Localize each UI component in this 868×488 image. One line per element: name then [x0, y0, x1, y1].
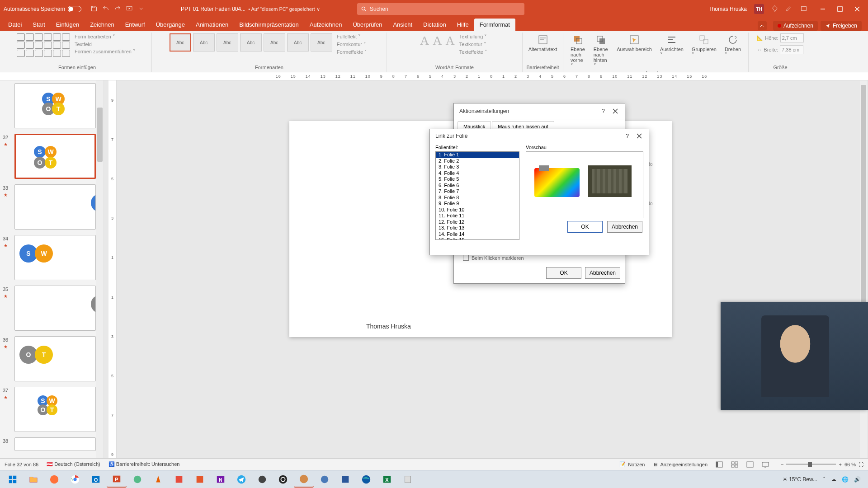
present-icon[interactable] [126, 5, 133, 14]
accessibility-checker[interactable]: ♿ Barrierefreiheit: Untersuchen [108, 461, 180, 467]
user-name[interactable]: Thomas Hruska [708, 6, 747, 12]
edit-shape-button[interactable]: Form bearbeiten ˅ [73, 33, 137, 40]
user-avatar[interactable]: TH [754, 4, 764, 14]
slide-thumbnails-pane[interactable]: SWOT 32★SWOT 33★SW 34★SW 35★OT 36★OT 37★… [0, 80, 104, 474]
volume-icon[interactable]: 🔊 [854, 476, 861, 483]
powerpoint-icon[interactable]: P [107, 471, 127, 488]
slide-thumbnail[interactable]: SWOT [14, 387, 96, 432]
slide-counter[interactable]: Folie 32 von 86 [5, 462, 38, 467]
group-button[interactable]: Gruppieren ˅ [689, 33, 719, 59]
slide-list-item[interactable]: 5. Folie 5 [436, 176, 519, 183]
thumbnails-scrollbar[interactable] [96, 80, 104, 474]
tab-start[interactable]: Start [27, 19, 50, 31]
tab-entwurf[interactable]: Entwurf [120, 19, 151, 31]
tray-chevron-icon[interactable]: ˄ [823, 476, 826, 483]
help-icon[interactable]: ? [602, 108, 605, 114]
zoom-control[interactable]: −+ 66 % ⛶ [781, 462, 863, 467]
shape-fill-button[interactable]: Fülleffekt ˅ [335, 33, 369, 40]
rotate-button[interactable]: Drehen ˅ [722, 33, 744, 59]
canvas-scrollbar[interactable] [860, 80, 867, 474]
view-reading-button[interactable] [746, 461, 754, 468]
redo-icon[interactable] [114, 5, 121, 14]
align-button[interactable]: Ausrichten ˅ [657, 33, 686, 59]
wordart-gallery[interactable]: AAA [420, 33, 455, 48]
qat-more-icon[interactable] [137, 5, 145, 14]
slide-list-item[interactable]: 14. Folie 14 [436, 231, 519, 238]
shapes-gallery[interactable] [17, 33, 70, 57]
maximize-button[interactable] [832, 3, 848, 15]
slide-list-item[interactable]: 2. Folie 2 [436, 158, 519, 164]
taskbar-app-icon[interactable] [335, 471, 355, 488]
record-button[interactable]: Aufzeichnen [773, 21, 818, 31]
slide-list-item[interactable]: 9. Folie 9 [436, 201, 519, 207]
height-input[interactable]: 📐 Höhe: [757, 33, 803, 42]
cancel-button[interactable]: Abbrechen [607, 221, 642, 233]
document-title[interactable]: PPT 01 Roter Faden 004... • Auf "diesem … [181, 6, 320, 12]
slide-list-item[interactable]: 1. Folie 1 [436, 152, 519, 158]
taskbar-app-icon[interactable] [169, 471, 189, 488]
text-outline-button[interactable]: Textkontur ˅ [458, 41, 489, 48]
tab-uebergaenge[interactable]: Übergänge [151, 19, 190, 31]
onenote-icon[interactable]: N [211, 471, 231, 488]
bring-forward-button[interactable]: Ebene nach vorne ˅ [568, 33, 588, 70]
autosave-toggle[interactable]: Automatisches Speichern [4, 6, 81, 12]
slide-list-item[interactable]: 12. Folie 12 [436, 219, 519, 225]
cancel-button[interactable]: Abbrechen [585, 267, 620, 279]
textbox-button[interactable]: Textfeld [73, 41, 137, 47]
taskbar-app-icon[interactable] [190, 471, 210, 488]
close-icon[interactable] [611, 107, 619, 115]
share-button[interactable]: Freigeben [821, 21, 862, 31]
tab-ueberpruefen[interactable]: Überprüfen [347, 19, 387, 31]
telegram-icon[interactable] [231, 471, 251, 488]
tab-animationen[interactable]: Animationen [190, 19, 234, 31]
shape-styles-gallery[interactable]: Abc Abc Abc Abc Abc Abc Abc [170, 33, 332, 52]
notes-button[interactable]: 📝 Notizen [619, 461, 645, 467]
save-icon[interactable] [90, 5, 98, 14]
tab-hilfe[interactable]: Hilfe [452, 19, 474, 31]
slide-thumbnail[interactable] [14, 437, 96, 451]
taskbar-app-icon[interactable] [127, 471, 147, 488]
slide-list-item[interactable]: 10. Folie 10 [436, 207, 519, 213]
width-input[interactable]: ↔ Breite: [757, 45, 803, 54]
search-input[interactable] [370, 6, 521, 12]
chrome-icon[interactable] [65, 471, 85, 488]
slide-list-item[interactable]: 6. Folie 6 [436, 183, 519, 189]
shape-outline-button[interactable]: Formkontur ˅ [335, 41, 369, 48]
brush-icon[interactable] [786, 5, 793, 14]
vlc-icon[interactable] [148, 471, 168, 488]
shape-effects-button[interactable]: Formeffekte ˅ [335, 49, 369, 56]
taskbar-app-icon[interactable] [315, 471, 335, 488]
zoom-value[interactable]: 66 % [844, 462, 856, 467]
tab-datei[interactable]: Datei [3, 19, 27, 31]
view-normal-button[interactable] [716, 461, 723, 468]
close-button[interactable] [849, 3, 865, 15]
slide-title-list[interactable]: 1. Folie 12. Folie 23. Folie 34. Folie 4… [435, 151, 519, 240]
tab-formformat[interactable]: Formformat [474, 19, 515, 31]
close-icon[interactable] [635, 132, 643, 140]
tab-dictation[interactable]: Dictation [418, 19, 452, 31]
tab-einfuegen[interactable]: Einfügen [51, 19, 85, 31]
weather-widget[interactable]: ☀ 15°C Bew... [783, 476, 817, 483]
outlook-icon[interactable]: O [86, 471, 106, 488]
taskbar-app-icon[interactable] [294, 471, 314, 488]
slide-list-item[interactable]: 11. Folie 11 [436, 213, 519, 219]
taskbar-app-icon[interactable] [252, 471, 272, 488]
text-fill-button[interactable]: Textfüllung ˅ [458, 33, 489, 40]
tab-aufzeichnen[interactable]: Aufzeichnen [304, 19, 348, 31]
slide-list-item[interactable]: 3. Folie 3 [436, 164, 519, 170]
network-icon[interactable]: 🌐 [842, 476, 849, 483]
send-backward-button[interactable]: Ebene nach hinten ˅ [591, 33, 612, 70]
start-button[interactable] [3, 471, 23, 488]
onedrive-icon[interactable]: ☁ [831, 476, 836, 483]
slide-thumbnail[interactable]: SW [14, 235, 96, 280]
slide-thumbnail[interactable]: SWOT [14, 134, 96, 179]
slide-thumbnail[interactable]: OT [14, 336, 96, 381]
collapse-ribbon-button[interactable] [758, 21, 767, 30]
view-slideshow-button[interactable] [762, 461, 769, 468]
slide-list-item[interactable]: 13. Folie 13 [436, 225, 519, 231]
explorer-icon[interactable] [24, 471, 43, 488]
edge-icon[interactable] [356, 471, 376, 488]
diamond-icon[interactable] [771, 5, 778, 14]
display-settings-button[interactable]: 🖥 Anzeigeeinstellungen [653, 462, 708, 467]
ok-button[interactable]: OK [567, 221, 603, 233]
